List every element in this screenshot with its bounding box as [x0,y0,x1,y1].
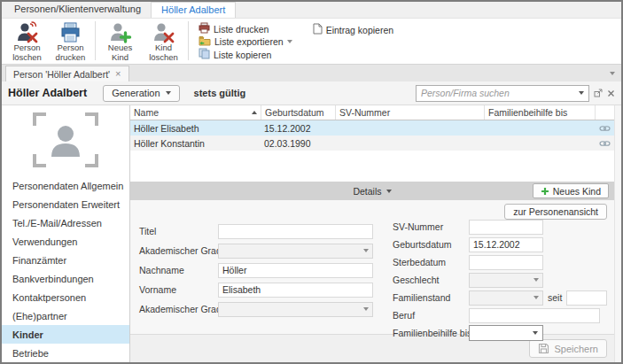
sidebar-item-finanzaemter[interactable]: Finanzämter [2,251,129,269]
document-tab-strip: Person 'Höller Adalbert' × [2,65,621,81]
sidebar-item-kontaktpersonen[interactable]: Kontaktpersonen [2,288,129,306]
sterbedatum-field[interactable] [469,255,543,270]
export-folder-icon [199,35,211,48]
sidebar-item-personendaten-erweitert[interactable]: Personendaten Erweitert [2,195,129,213]
link-person-icon[interactable] [595,125,614,132]
copy-entry-icon [312,23,323,36]
button-label: Kind löschen [142,43,185,63]
column-header-link [595,105,614,120]
person-header-bar: Höller Adalbert Generation stets gültig [2,81,621,105]
chevron-down-icon [363,249,369,252]
cell-geburtsdatum: 15.12.2002 [261,123,335,134]
bracket-icon [85,112,98,126]
page-title: Höller Adalbert [8,87,87,99]
akademischer-grad-select[interactable] [218,244,373,259]
sv-nummer-label: SV-Nummer [393,221,469,232]
geschlecht-label: Geschlecht [393,275,469,285]
sidebar-nav: Personendaten Allgemein Personendaten Er… [2,176,129,362]
nachname-field[interactable] [218,263,373,278]
bracket-icon [33,154,46,167]
beruf-field[interactable] [469,308,600,323]
familienstand-select[interactable] [469,290,543,306]
liste-drucken-button[interactable]: Liste drucken [199,22,292,35]
document-tab-label: Person 'Höller Adalbert' [13,69,110,80]
person-photo-placeholder[interactable] [33,112,98,167]
sidebar-item-tel-email-adressen[interactable]: Tel./E-Mail/Adressen [2,213,129,232]
sidebar-item-kinder[interactable]: Kinder [2,325,129,344]
person-remove-icon [152,21,175,43]
titel-field[interactable] [218,224,373,239]
familienbeihilfe-bis-combo[interactable] [469,325,543,341]
person-loeschen-button[interactable]: Person löschen [5,19,49,62]
document-tab-person[interactable]: Person 'Höller Adalbert' × [5,66,129,81]
person-silhouette-icon [46,121,85,160]
search-input[interactable] [417,88,574,98]
chevron-down-icon [533,331,538,335]
main-area: Personendaten Allgemein Personendaten Er… [2,105,621,362]
chevron-down-icon [533,296,539,299]
column-header-name[interactable]: Name [130,105,261,120]
close-search-icon[interactable] [607,89,615,97]
liste-exportieren-button[interactable]: Liste exportieren [199,35,292,48]
person-drucken-button[interactable]: Person drucken [49,19,92,62]
column-header-geburtsdatum[interactable]: Geburtsdatum [261,105,335,120]
zur-personenansicht-button[interactable]: zur Personenansicht [504,204,607,220]
bracket-icon [85,154,98,167]
details-toggle[interactable]: Details [353,186,391,197]
close-icon[interactable]: × [115,69,121,79]
vorname-field[interactable] [218,283,373,298]
cell-name: Höller Elisabeth [130,123,261,134]
titel-label: Titel [139,226,218,236]
scrollbar[interactable] [614,105,621,362]
children-table: Name Geburtsdatum SV-Nummer Familienbeih… [130,105,614,182]
validity-label: stets gültig [194,88,246,98]
sidebar-item-verwendungen[interactable]: Verwendungen [2,232,129,251]
sidebar-item-personendaten-allgemein[interactable]: Personendaten Allgemein [2,176,129,195]
eintrag-kopieren-button[interactable]: Eintrag kopieren [312,23,393,36]
link-person-icon[interactable] [595,140,614,147]
chevron-down-icon [166,91,171,95]
familienstand-seit-field[interactable] [566,290,607,306]
table-row[interactable]: Höller Konstantin 02.03.1990 [130,136,614,151]
sidebar-item-betriebe[interactable]: Betriebe [2,344,129,362]
seit-label: seit [548,292,562,303]
printer-icon [59,21,82,43]
column-header-sv-nummer[interactable]: SV-Nummer [335,105,484,120]
sort-ascending-icon [252,111,257,114]
search-box [416,85,589,102]
button-label: Person drucken [49,43,92,63]
sv-nummer-field[interactable] [469,220,543,235]
ribbon-tab-personenverwaltung[interactable]: Personen/Klientenverwaltung [4,2,151,18]
generation-dropdown-button[interactable]: Generation [103,85,179,102]
list-button-group: Liste drucken Liste exportieren [191,19,298,62]
child-details-form: zur Personenansicht Titel Akademischer G… [130,200,614,334]
popout-icon[interactable] [594,89,603,97]
chevron-down-icon [287,40,292,43]
cell-name: Höller Konstantin [130,138,261,149]
content-panel: Name Geburtsdatum SV-Nummer Familienbeih… [130,105,614,362]
ribbon-tab-strip: Personen/Klientenverwaltung Höller Adalb… [2,2,621,19]
button-label: Neues Kind [98,43,142,63]
print-list-icon [199,22,210,35]
vorname-label: Vorname [139,284,218,295]
akademischer-grad-2-select[interactable] [218,302,373,317]
sidebar-item-ehepartner[interactable]: (Ehe)partner [2,306,129,325]
neues-kind-button[interactable]: Neues Kind [98,19,142,62]
sidebar-item-bankverbindungen[interactable]: Bankverbindungen [2,269,129,288]
kind-loeschen-button[interactable]: Kind löschen [142,19,185,62]
bracket-icon [33,112,46,126]
person-delete-icon [16,21,39,43]
person-add-icon [109,21,132,43]
geburtsdatum-field[interactable] [469,237,543,252]
neues-kind-inline-button[interactable]: Neues Kind [533,183,609,198]
column-header-familienbeihilfe[interactable]: Familienbeihilfe bis [484,105,595,120]
familienstand-label: Familienstand [393,292,469,303]
search-chevron-icon[interactable] [574,91,588,95]
liste-kopieren-button[interactable]: Liste kopieren [199,48,292,61]
ribbon-tab-hoeller-adalbert[interactable]: Höller Adalbert [151,2,236,18]
save-button[interactable]: Speichern [529,339,607,358]
tab-list-chevron-icon[interactable] [610,72,615,75]
table-row[interactable]: Höller Elisabeth 15.12.2002 [130,120,614,136]
geschlecht-select[interactable] [469,273,543,288]
plus-icon [541,187,549,196]
